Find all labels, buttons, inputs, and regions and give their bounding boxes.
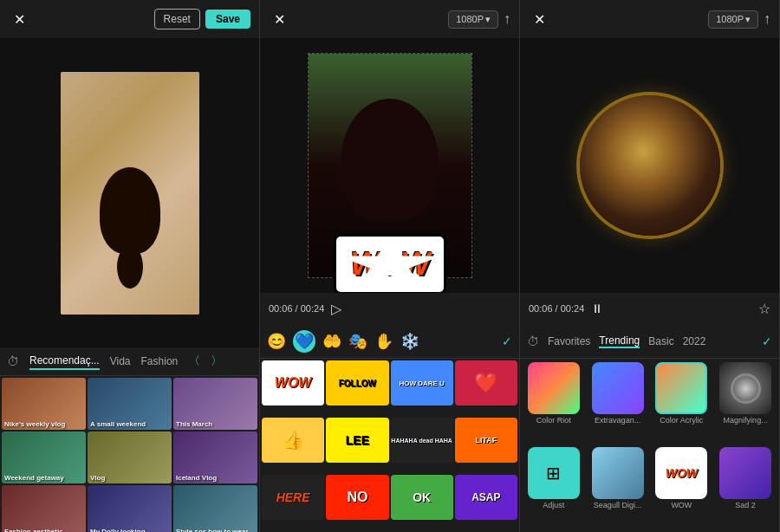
effect-thumb-seagull	[592, 447, 644, 499]
sticker-check-icon[interactable]: ✓	[502, 334, 512, 348]
template-grid: Nike's weekly vlog A small weekend This …	[0, 376, 259, 532]
play-button-p2[interactable]: ▷	[331, 301, 341, 317]
upload-icon-p3[interactable]: ↑	[764, 11, 770, 27]
close-icon-p3[interactable]: ✕	[529, 9, 549, 29]
upload-icon-p2[interactable]: ↑	[504, 11, 510, 27]
effect-label-adjust: Adjust	[543, 501, 564, 509]
emoji-blue-heart[interactable]: 💙	[293, 330, 315, 353]
template-label: Nike's weekly vlog	[4, 420, 65, 428]
close-icon-p2[interactable]: ✕	[269, 9, 289, 29]
checkmark-icon[interactable]: 〈	[188, 354, 200, 369]
panel-templates: ✕ Reset Save ⏱ Recomendaç... Vida Fashio…	[0, 0, 260, 532]
template-item[interactable]: Fashion aesthetic	[2, 485, 86, 532]
star-icon[interactable]: ☆	[758, 301, 770, 317]
panel3-bottom: ⏱ Favorites Trending Basic 2022 ✓ Color …	[520, 324, 779, 532]
panel-effects: ✕ 1080P ▾ ↑ 00:06 / 00:24 ⏸ ☆ ⏱ Favorite…	[520, 0, 780, 532]
emoji-hands[interactable]: 🤲	[322, 332, 341, 351]
effect-extravagan[interactable]: Extravagan...	[588, 362, 648, 444]
sticker-lee[interactable]: LEE	[326, 418, 388, 463]
panel1-bottom: ⏱ Recomendaç... Vida Fashion 〈 〉 Nike's …	[0, 347, 259, 532]
sticker-heart[interactable]: ❤️	[455, 360, 517, 405]
emoji-smiley[interactable]: 😊	[267, 332, 286, 351]
tab-recommended[interactable]: Recomendaç...	[29, 353, 100, 370]
resolution-badge-p3[interactable]: 1080P ▾	[708, 10, 758, 29]
template-item[interactable]: Style sos how to wear	[173, 485, 257, 532]
chevron-down-icon-p3: ▾	[745, 14, 751, 25]
tab-favorites[interactable]: Favorites	[548, 335, 590, 347]
emoji-snowflake[interactable]: ❄️	[400, 332, 419, 351]
sticker-no-text: NO	[347, 490, 367, 505]
effect-label-colorriot: Color Riot	[536, 416, 571, 425]
sticker-howdare[interactable]: HOW DARE U	[391, 360, 453, 405]
chevron-right-icon[interactable]: 〉	[211, 354, 223, 369]
sticker-litaf-text: LITAF	[475, 436, 497, 444]
sticker-no[interactable]: NO	[326, 475, 388, 520]
tab-fashion[interactable]: Fashion	[141, 354, 179, 369]
sticker-ok[interactable]: OK	[391, 475, 453, 520]
filter-icon[interactable]: ⏱	[7, 354, 19, 368]
effect-magnify[interactable]: Magnifying...	[715, 362, 776, 444]
sticker-wow[interactable]: WOW	[262, 360, 324, 405]
tab-vida[interactable]: Vida	[110, 354, 131, 369]
effect-sad2[interactable]: Sad 2	[715, 447, 776, 529]
panel1-header: ✕ Reset Save	[0, 0, 259, 38]
circle-effect-preview	[576, 92, 724, 239]
filter-clock-icon[interactable]: ⏱	[527, 334, 539, 348]
panel2-preview: WOW	[260, 38, 519, 293]
sticker-wow-text: WOW	[275, 375, 312, 391]
template-item[interactable]: Weekend getaway	[2, 431, 86, 483]
effects-check-icon[interactable]: ✓	[762, 334, 772, 348]
effect-colorriot[interactable]: Color Riot	[523, 362, 584, 444]
sticker-thumbs[interactable]: 👍	[262, 418, 324, 463]
effect-label-sad2: Sad 2	[735, 501, 756, 509]
sand-background	[61, 72, 199, 315]
template-label: Style sos how to wear	[176, 528, 249, 532]
effect-adjust[interactable]: ⊞ Adjust	[523, 447, 584, 529]
close-icon[interactable]: ✕	[9, 9, 29, 29]
emoji-hand[interactable]: ✋	[374, 332, 393, 351]
tab-2022[interactable]: 2022	[683, 335, 706, 347]
dog-preview-panel2: WOW	[308, 53, 472, 278]
template-label: Weekend getaway	[4, 474, 64, 482]
reset-button[interactable]: Reset	[154, 9, 200, 29]
resolution-text-p3: 1080P	[716, 14, 744, 24]
template-label: My Dolly looking	[90, 528, 146, 532]
template-item[interactable]: This March	[173, 378, 257, 430]
sticker-follow[interactable]: FOLLOW	[326, 360, 388, 405]
pause-button-p3[interactable]: ⏸	[591, 302, 605, 315]
effect-coloracrylic[interactable]: Color Acrylic	[652, 362, 712, 444]
sticker-litaf[interactable]: LITAF	[455, 418, 517, 463]
effect-seagull[interactable]: Seagull Digi...	[588, 447, 648, 529]
emoji-drama[interactable]: 🎭	[348, 332, 367, 351]
effect-thumb-magnify	[719, 362, 771, 414]
panel3-header: ✕ 1080P ▾ ↑	[520, 0, 779, 38]
wow-effect-text: WOW	[666, 466, 698, 480]
effect-wow[interactable]: WOW WOW	[652, 447, 712, 529]
panel-stickers: ✕ 1080P ▾ ↑ WOW 00:06 / 00:24 ▷ 😊	[260, 0, 520, 532]
template-item[interactable]: Nike's weekly vlog	[2, 378, 86, 430]
sticker-here[interactable]: HERE	[262, 475, 324, 520]
tab-trending[interactable]: Trending	[599, 334, 640, 348]
sticker-deadhaha[interactable]: HAHAHA dead HAHA	[391, 418, 453, 463]
effect-label-magnify: Magnifying...	[724, 416, 768, 425]
save-button[interactable]: Save	[205, 10, 250, 29]
sticker-grid: WOW FOLLOW HOW DARE U ❤️ 👍 LEE HAHAHA de…	[260, 359, 519, 532]
effect-label-extravagan: Extravagan...	[595, 416, 640, 425]
template-label: A small weekend	[90, 420, 146, 428]
sticker-lee-text: LEE	[346, 433, 369, 447]
panel3-preview	[520, 38, 779, 293]
template-item[interactable]: A small weekend	[88, 378, 172, 430]
sticker-asap[interactable]: ASAP	[455, 475, 517, 520]
panel2-header-right: 1080P ▾ ↑	[448, 10, 510, 29]
template-item[interactable]: My Dolly looking	[88, 485, 172, 532]
tab-basic[interactable]: Basic	[648, 335, 673, 347]
panel1-preview	[0, 38, 259, 347]
template-item[interactable]: Iceland Vlog	[173, 431, 257, 483]
template-label: Iceland Vlog	[176, 474, 217, 482]
sticker-heart-icon: ❤️	[474, 372, 497, 394]
resolution-badge-p2[interactable]: 1080P ▾	[448, 10, 498, 29]
template-item[interactable]: Vlog	[88, 431, 172, 483]
wow-sticker-overlay[interactable]: WOW	[334, 234, 446, 293]
timeline-bar-p3: 00:06 / 00:24 ⏸ ☆	[520, 293, 779, 324]
sticker-deadhaha-text: HAHAHA dead HAHA	[391, 438, 452, 444]
